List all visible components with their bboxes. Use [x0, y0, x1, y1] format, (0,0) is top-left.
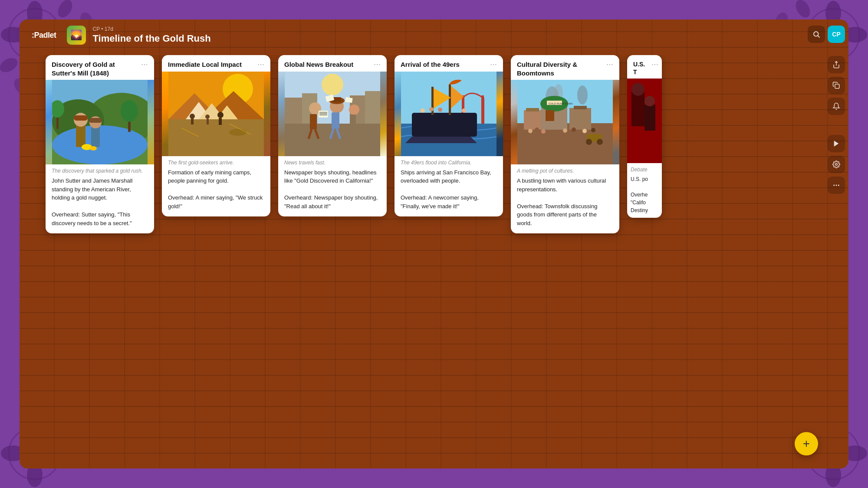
- card-3-menu-button[interactable]: ⋯: [371, 60, 381, 69]
- board-title: Timeline of the Gold Rush: [93, 33, 211, 44]
- card-1-body: The discovery that sparked a gold rush. …: [46, 164, 154, 233]
- add-card-button[interactable]: +: [795, 432, 818, 455]
- svg-point-131: [572, 128, 576, 132]
- svg-point-65: [190, 114, 195, 119]
- card-discovery-gold: Discovery of Gold at Sutter's Mill (1848…: [46, 55, 154, 233]
- play-button[interactable]: [828, 135, 845, 152]
- card-4-body: The 49ers flood into California. Ships a…: [395, 156, 503, 217]
- card-2-title: Immediate Local Impact: [168, 60, 255, 69]
- card-6-image: [627, 79, 662, 163]
- card-local-impact: Immediate Local Impact ⋯: [162, 55, 270, 216]
- card-us-territory: U.S. T ⋯ Debate U.S. poOverhe"CalifoDest…: [627, 55, 662, 218]
- share-button[interactable]: [828, 56, 845, 73]
- card-3-text: Newspaper boys shouting, headlines like …: [284, 168, 381, 211]
- svg-rect-83: [319, 111, 328, 118]
- padlet-logo[interactable]: :Padlet: [28, 29, 60, 42]
- svg-point-112: [429, 107, 434, 111]
- svg-rect-140: [631, 92, 644, 126]
- svg-point-132: [582, 129, 587, 133]
- svg-point-17: [793, 0, 813, 20]
- svg-rect-68: [219, 118, 222, 125]
- svg-rect-124: [574, 106, 587, 109]
- card-5-subtitle: A melting pot of cultures.: [517, 168, 613, 174]
- card-5-image: GOLD RUSH TOWN: [511, 80, 619, 164]
- header: :Padlet 🌄 CP • 17d Timeline of the Gold …: [20, 20, 848, 51]
- card-4-title: Arrival of the 49ers: [401, 60, 487, 69]
- svg-point-91: [349, 105, 359, 115]
- board-meta: CP • 17d: [93, 26, 211, 32]
- svg-point-143: [644, 96, 655, 106]
- duplicate-button[interactable]: [828, 77, 845, 94]
- card-6-subtitle: Debate: [631, 167, 658, 173]
- svg-marker-106: [405, 137, 477, 143]
- svg-rect-123: [569, 108, 591, 130]
- svg-rect-82: [310, 114, 317, 129]
- card-4-header: Arrival of the 49ers ⋯: [395, 55, 503, 72]
- card-6-body: Debate U.S. poOverhe"CalifoDestiny: [627, 163, 662, 218]
- svg-rect-125: [524, 110, 541, 130]
- svg-point-7: [55, 0, 75, 20]
- svg-point-114: [462, 108, 466, 113]
- svg-point-117: [577, 85, 588, 105]
- card-6-title: U.S. T: [633, 60, 649, 76]
- card-5-body: A melting pot of cultures. A bustling to…: [511, 164, 619, 233]
- card-global-news: Global News Breakout ⋯: [278, 55, 387, 216]
- svg-point-129: [541, 129, 546, 134]
- svg-point-80: [322, 74, 343, 95]
- card-3-title: Global News Breakout: [284, 60, 371, 69]
- card-2-image: [162, 72, 270, 156]
- svg-point-38: [836, 185, 837, 186]
- more-options-button[interactable]: [828, 177, 845, 194]
- card-49ers: Arrival of the 49ers ⋯: [395, 55, 503, 216]
- right-toolbar: CP: [824, 20, 848, 468]
- card-3-subtitle: News travels fast.: [284, 160, 381, 166]
- card-5-menu-button[interactable]: ⋯: [604, 60, 613, 69]
- svg-point-130: [563, 128, 567, 133]
- card-2-menu-button[interactable]: ⋯: [255, 60, 264, 69]
- card-boomtowns: Cultural Diversity & Boomtowns ⋯: [511, 55, 619, 233]
- svg-rect-142: [644, 105, 655, 131]
- svg-rect-48: [91, 125, 100, 147]
- svg-rect-92: [350, 115, 356, 128]
- board-icon: 🌄: [67, 26, 86, 45]
- card-2-text: Formation of early mining camps, people …: [168, 168, 264, 211]
- card-1-header: Discovery of Gold at Sutter's Mill (1848…: [46, 55, 154, 80]
- card-3-body: News travels fast. Newspaper boys shouti…: [278, 156, 387, 217]
- notifications-button[interactable]: [828, 98, 845, 115]
- svg-point-31: [814, 32, 819, 36]
- board-info: CP • 17d Timeline of the Gold Rush: [93, 26, 211, 44]
- card-4-menu-button[interactable]: ⋯: [487, 60, 497, 69]
- search-button[interactable]: [808, 26, 825, 43]
- svg-rect-76: [285, 98, 302, 124]
- card-2-subtitle: The first gold-seekers arrive.: [168, 160, 264, 166]
- card-3-header: Global News Breakout ⋯: [278, 55, 387, 72]
- card-6-menu-button[interactable]: ⋯: [649, 60, 658, 69]
- svg-line-32: [818, 36, 819, 37]
- card-4-subtitle: The 49ers flood into California.: [401, 160, 497, 166]
- settings-button[interactable]: [828, 156, 845, 173]
- svg-rect-66: [191, 118, 194, 124]
- svg-rect-58: [168, 119, 264, 156]
- card-1-text: John Sutter and James Marshall standing …: [52, 177, 148, 227]
- svg-point-36: [835, 164, 838, 166]
- svg-point-39: [838, 185, 839, 186]
- cards-container[interactable]: Discovery of Gold at Sutter's Mill (1848…: [20, 55, 848, 461]
- card-3-image: [278, 72, 387, 156]
- card-6-text: U.S. poOverhe"CalifoDestiny: [631, 175, 658, 214]
- svg-point-135: [586, 139, 592, 145]
- svg-point-133: [591, 128, 595, 132]
- card-5-text: A bustling town with various cultural re…: [517, 177, 613, 227]
- svg-point-128: [535, 128, 539, 132]
- card-1-title: Discovery of Gold at Sutter's Mill (1848…: [52, 60, 138, 77]
- svg-rect-126: [526, 108, 539, 111]
- card-5-title: Cultural Diversity & Boomtowns: [517, 60, 604, 77]
- svg-marker-35: [834, 141, 839, 147]
- svg-point-52: [90, 146, 97, 151]
- user-avatar-button[interactable]: CP: [828, 26, 845, 43]
- svg-rect-88: [332, 112, 339, 129]
- svg-rect-122: [546, 110, 554, 121]
- card-1-menu-button[interactable]: ⋯: [138, 60, 148, 69]
- svg-point-113: [438, 108, 442, 112]
- svg-point-37: [833, 185, 835, 186]
- card-5-header: Cultural Diversity & Boomtowns ⋯: [511, 55, 619, 80]
